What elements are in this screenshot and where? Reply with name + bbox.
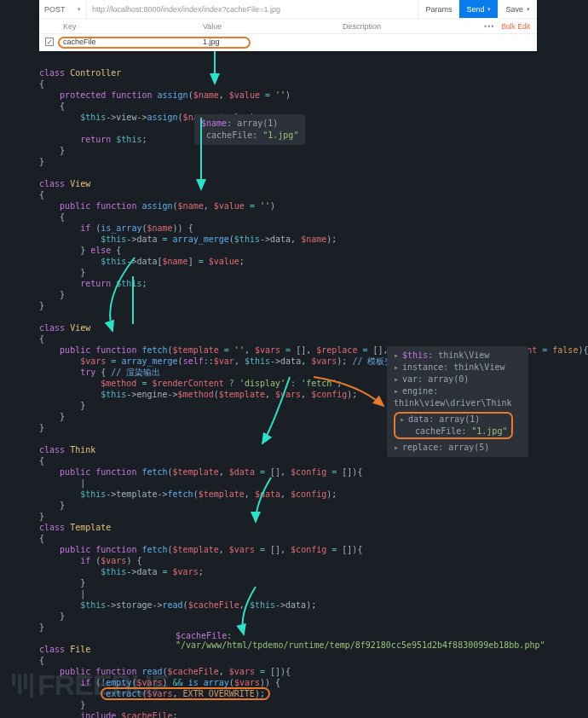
chevron-down-icon: ▾ — [487, 6, 491, 13]
params-button[interactable]: Params — [418, 0, 458, 18]
tt1-k2: cacheFile — [206, 130, 252, 140]
tt1-k: $name — [201, 119, 227, 128]
watermark-text: FREEBUF — [37, 669, 169, 702]
url-input[interactable]: http://localhost:8000/index/index/index?… — [87, 5, 418, 14]
chevron-down-icon: ▾ — [78, 6, 81, 13]
more-icon[interactable]: ••• — [484, 22, 494, 31]
bulk-edit-link[interactable]: Bulk Edit — [501, 22, 530, 31]
http-method-label: POST — [44, 5, 66, 14]
header-value: Value — [199, 19, 339, 33]
request-url-row: POST ▾ http://localhost:8000/index/index… — [39, 0, 537, 19]
watermark: FREEBUF — [12, 669, 169, 702]
cachefile-annotation: $cacheFile: "/var/www/html/tpdemo/runtim… — [176, 631, 588, 650]
tt1-v2: : "1.jpg" — [252, 130, 298, 140]
tooltip-this-view: ▸$this: think\View ▸instance: think\View… — [387, 346, 528, 457]
tt1-v: : array(1) — [227, 119, 278, 128]
watermark-icon — [12, 674, 33, 698]
header-key: Key — [60, 19, 199, 33]
params-header-row: Key Value Description ••• Bulk Edit — [39, 19, 537, 34]
http-method-dropdown[interactable]: POST ▾ — [39, 0, 87, 18]
params-data-row: ✓ cacheFile 1.jpg — [39, 34, 537, 49]
send-button-label: Send — [466, 5, 484, 14]
row-value[interactable]: 1.jpg — [199, 38, 339, 46]
row-key[interactable]: cacheFile — [60, 38, 199, 46]
chevron-down-icon: ▾ — [527, 6, 530, 13]
save-button[interactable]: Save ▾ — [498, 0, 537, 18]
send-button[interactable]: Send ▾ — [458, 0, 498, 18]
header-description: Description — [339, 19, 476, 33]
row-checkbox[interactable]: ✓ — [45, 38, 54, 46]
tooltip-name-array: $name: array(1) cacheFile: "1.jpg" — [194, 114, 305, 145]
request-bar: POST ▾ http://localhost:8000/index/index… — [39, 0, 537, 51]
save-button-label: Save — [505, 5, 523, 14]
